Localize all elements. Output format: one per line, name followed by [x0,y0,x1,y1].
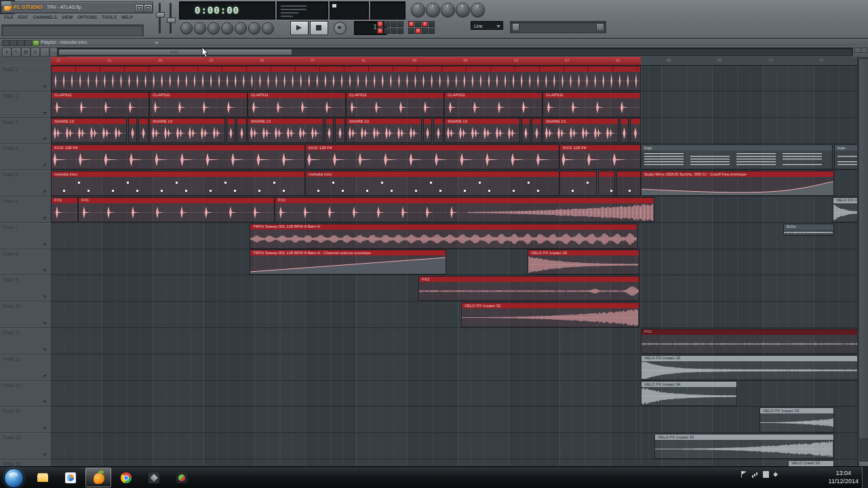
playlist-menu-icon[interactable]: ▾ [2,47,12,57]
playlist-clip[interactable]: Echo [783,224,834,236]
record-button[interactable] [334,22,347,35]
playlist-clip[interactable]: SNARE 13 [444,118,520,143]
horizontal-scrollbar[interactable] [57,47,853,56]
menu-tools[interactable]: TOOLS [102,15,117,21]
led-button[interactable] [408,21,414,27]
toolbar-knob-3[interactable] [441,3,455,17]
led-button[interactable] [397,28,403,34]
track-mute-indicator[interactable] [43,296,46,298]
action-center-icon[interactable] [741,471,747,478]
playlist-clip[interactable] [532,118,542,143]
recording-panel-button-1[interactable] [180,22,193,35]
playlist-clip[interactable]: logo [834,144,857,169]
playlist-clip[interactable]: Scaly Wine (SDUS Synths, 009 C) - Cutoff… [641,171,834,196]
playlist-clip[interactable] [423,118,432,143]
track-mute-indicator[interactable] [43,138,46,140]
track-mute-indicator[interactable] [43,164,46,167]
recording-panel-button-2[interactable] [194,22,206,35]
track-row[interactable]: Track 14 [0,407,51,433]
track-row[interactable]: Track 9 [0,275,51,302]
taskbar-clock[interactable]: 13:04 11/12/2014 [829,469,859,485]
track-mute-indicator[interactable] [43,269,46,272]
playlist-clip[interactable]: CLAPS11 [248,92,346,117]
taskbar-icon-media-player[interactable] [58,468,83,487]
track-row[interactable]: Track 7 [0,223,51,249]
timeline-ruler[interactable]: 17212529333741454953576165697377 [51,57,857,66]
led-button[interactable] [429,28,435,34]
track-row[interactable]: Track 3 [0,118,51,144]
menu-edit[interactable]: EDIT [18,15,28,21]
playlist-clip[interactable]: SNARE 13 [248,118,323,143]
playlist-clip[interactable]: SNARE 13 [51,118,127,143]
show-desktop-button[interactable] [862,467,868,488]
track-row[interactable]: Track 11 [0,328,51,354]
taskbar-icon-chrome[interactable] [113,468,139,487]
playlist-clip[interactable]: VELO FX Impact 32 [528,249,639,274]
taskbar-icon-explorer[interactable] [30,468,56,487]
track-row[interactable]: Track 6 [0,197,51,223]
title-bar[interactable]: FL STUDIO TRV - ATLAS.flp [1,1,153,14]
track-mute-indicator[interactable] [43,217,46,220]
menu-file[interactable]: FILE [4,15,14,21]
playlist-clip[interactable] [325,118,334,143]
taskbar-icon-app-color[interactable] [169,468,195,487]
led-button[interactable] [415,21,421,27]
track-row[interactable]: Track 10 [0,302,51,328]
track-mute-indicator[interactable] [43,190,46,193]
toolbar-knob-4[interactable] [456,3,470,17]
draw-tool-icon[interactable]: ✎ [12,47,21,57]
track-row[interactable]: Track 4 [0,144,51,170]
track-mute-indicator[interactable] [43,401,46,403]
playlist-clip[interactable] [433,118,443,143]
playlist-clip[interactable]: VELO FX Impact 32 [461,302,639,327]
playlist-clip[interactable]: logo [641,144,833,169]
playlist-clip[interactable]: SNARE 13 [542,118,618,143]
track-mute-indicator[interactable] [43,375,46,378]
taskbar-icon-app-grey[interactable] [141,468,167,487]
track-row[interactable]: Track 1 [0,65,51,92]
track-row[interactable]: Track 13 [0,381,51,407]
playlist-clip[interactable]: VELO FX Impact 33 [654,434,834,459]
playlist-clip[interactable]: CLAPS11 [51,92,149,117]
recording-panel-button-6[interactable] [248,22,260,35]
paint-tool-icon[interactable]: ▤ [21,47,31,57]
chevron-down-icon[interactable] [155,42,159,44]
playlist-titlebar-icon-4[interactable] [24,40,32,46]
horizontal-scrollbar-thumb[interactable] [58,49,292,56]
taskbar-icon-fl-studio[interactable] [85,468,111,487]
playlist-grid[interactable]: 17212529333741454953576165697377 CLAPS11… [51,57,857,486]
toolbar-knob-1[interactable] [411,3,425,17]
main-pitch-slider[interactable] [170,3,172,34]
playlist-clip[interactable]: VELO FX Impact 34 [641,381,737,406]
playlist-clip[interactable]: VELO FX Impact 32 [641,355,857,380]
toolbar-knob-5[interactable] [471,3,485,17]
tray-app-icon[interactable] [763,471,769,478]
playlist-clip[interactable]: FX1 [275,197,654,222]
led-button[interactable] [391,21,397,27]
delete-tool-icon[interactable]: ✕ [31,47,40,57]
led-button[interactable] [422,28,428,34]
recording-panel-button-5[interactable] [235,22,247,35]
playlist-clip[interactable]: KICK 128 F# [51,144,305,169]
playlist-clip[interactable] [521,118,530,143]
recording-panel-button-4[interactable] [221,22,233,35]
network-icon[interactable] [752,471,758,478]
track-mute-indicator[interactable] [43,427,46,430]
led-button[interactable] [384,21,390,27]
led-button[interactable] [384,28,390,34]
volume-icon[interactable] [774,471,780,478]
playlist-clip[interactable]: CLAPS11 [542,92,641,117]
playlist-clip[interactable] [128,118,137,143]
track-mute-indicator[interactable] [43,322,46,325]
menu-help[interactable]: HELP [121,15,133,21]
playlist-clip[interactable]: CLAPS11 [444,92,542,117]
playlist-clip[interactable]: melodia intro [305,171,559,196]
playlist-clip[interactable] [559,171,597,196]
playlist-titlebar-icon-3[interactable] [17,40,24,46]
track-row[interactable]: Track 8 [0,249,51,276]
minimize-button[interactable] [135,4,144,12]
menu-options[interactable]: OPTIONS [77,15,97,21]
playlist-titlebar-icon-2[interactable] [9,40,17,46]
playlist-clip[interactable]: FX2 [418,276,639,301]
playlist-titlebar-icon-1[interactable] [2,40,9,46]
